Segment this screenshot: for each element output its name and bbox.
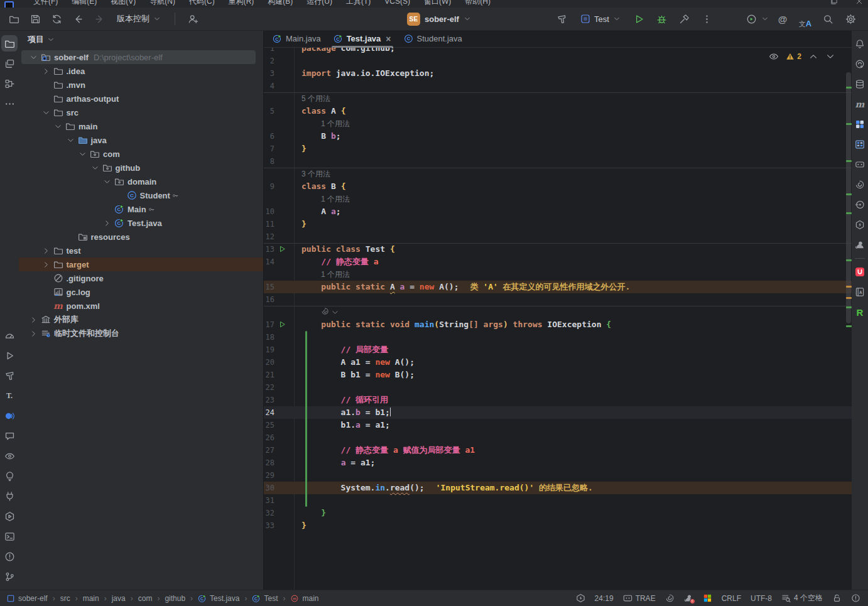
line-number[interactable]: 26 — [264, 431, 274, 444]
line-number[interactable]: 19 — [264, 344, 274, 356]
breadcrumb-item-main[interactable]: mmain — [289, 594, 320, 603]
chevron-right-icon[interactable] — [40, 246, 52, 256]
chevron-right-icon[interactable] — [40, 66, 52, 76]
menu-item-8[interactable]: 工具(T) — [339, 0, 377, 8]
editor-windows-icon[interactable] — [1, 55, 18, 72]
line-number[interactable]: 20 — [264, 356, 274, 369]
debug-button[interactable] — [653, 10, 671, 28]
breadcrumb-item-main[interactable]: main — [82, 594, 100, 603]
chevron-right-icon[interactable] — [101, 218, 113, 228]
indent-selector[interactable]: 4 个空格 — [781, 593, 823, 603]
line-number[interactable]: 33 — [264, 519, 274, 532]
version-control-chooser[interactable]: 版本控制 — [112, 13, 166, 24]
menu-item-7[interactable]: 运行(U) — [300, 0, 339, 8]
forward-button[interactable] — [90, 10, 108, 28]
code-line-5[interactable]: 5class A { — [264, 105, 852, 117]
chevron-down-icon[interactable] — [77, 149, 89, 159]
tab-Main.java[interactable]: CMain.java — [266, 30, 327, 47]
comments-tool-icon[interactable] — [1, 428, 18, 444]
tree-item-target[interactable]: target — [19, 257, 263, 271]
line-number[interactable]: 31 — [264, 494, 274, 507]
line-number[interactable]: 1 — [264, 47, 274, 55]
code-line-21[interactable]: 21 B b1 = new B(); — [264, 369, 852, 381]
menu-item-4[interactable]: 代码(C) — [182, 0, 222, 8]
breadcrumb-item-Test.java[interactable]: CTest.java — [197, 594, 241, 603]
tree-item-github[interactable]: github — [19, 161, 263, 175]
build-hammer-button[interactable] — [553, 10, 570, 28]
line-number[interactable]: 22 — [264, 381, 274, 394]
code-line-17[interactable]: 17 public static void main(String[] args… — [264, 318, 852, 331]
menu-item-6[interactable]: 构建(B) — [261, 0, 300, 8]
usage-count-inlay[interactable]: 1 个用法 — [321, 117, 350, 130]
more-tools-icon[interactable] — [1, 95, 18, 112]
line-number[interactable]: 10 — [264, 205, 274, 218]
menu-item-2[interactable]: 视图(V) — [104, 0, 143, 8]
tree-item-.idea[interactable]: .idea — [19, 64, 263, 78]
plugin-pin-tool-icon[interactable] — [1, 488, 18, 504]
maven-icon[interactable]: m — [852, 97, 867, 112]
settings-button[interactable] — [842, 10, 859, 28]
chevron-down-icon[interactable] — [28, 52, 40, 62]
search-everywhere-button[interactable] — [819, 10, 837, 28]
code-line-14[interactable]: 14 // 静态变量 a — [264, 256, 852, 268]
dictionary-icon[interactable]: A — [852, 284, 867, 300]
line-number[interactable]: 11 — [264, 218, 274, 230]
translate-button[interactable]: 文A — [796, 10, 814, 28]
sound-plugin-icon[interactable] — [1, 408, 18, 424]
code-line-2[interactable]: 2 — [264, 55, 852, 67]
run-line-icon[interactable] — [278, 245, 286, 253]
problems-tool-icon[interactable] — [1, 548, 18, 565]
caret-position[interactable]: 24:19 — [595, 594, 614, 603]
run-config-chooser[interactable]: Test — [575, 10, 626, 28]
menu-item-5[interactable]: 重构(R) — [222, 0, 261, 8]
line-number[interactable]: 30 — [264, 482, 274, 494]
menu-item-1[interactable]: 编辑(E) — [65, 0, 104, 8]
usage-count-inlay[interactable]: 3 个用法 — [301, 168, 330, 180]
more-actions-button[interactable] — [698, 10, 716, 28]
chevron-down-icon[interactable] — [40, 107, 52, 117]
power-hexagon-icon[interactable] — [576, 593, 585, 603]
line-number[interactable]: 12 — [264, 230, 274, 243]
line-number[interactable]: 6 — [264, 130, 274, 143]
tree-item-arthas-output[interactable]: arthas-output — [19, 92, 263, 106]
next-problem-icon[interactable] — [825, 51, 835, 62]
chevron-right-icon[interactable] — [28, 315, 40, 325]
profiler-button[interactable] — [742, 10, 769, 28]
arthas-monkey-icon[interactable] — [852, 237, 867, 252]
code-line-16[interactable]: 16 — [264, 293, 852, 306]
tree-item-test[interactable]: test — [19, 244, 263, 257]
project-widget[interactable]: SE sober-elf — [407, 10, 471, 28]
tree-item-gc.log[interactable]: gc.log — [19, 285, 263, 299]
code-editor[interactable]: 1package com.github;23import java.io.IOE… — [264, 47, 852, 590]
run-button[interactable] — [631, 10, 648, 28]
chevron-down-icon[interactable] — [89, 163, 101, 173]
structure-tool-icon[interactable] — [1, 75, 18, 92]
code-line-12[interactable]: 12 — [264, 230, 852, 243]
line-number[interactable]: 24 — [264, 406, 274, 419]
tree-item-pom.xml[interactable]: mpom.xml — [19, 299, 263, 313]
tree-item-.mvn[interactable]: .mvn — [19, 78, 263, 92]
back-button[interactable] — [69, 10, 87, 28]
breadcrumb-item-java[interactable]: java — [111, 594, 127, 603]
line-number[interactable]: 25 — [264, 419, 274, 431]
code-line-30[interactable]: 30 System.in.read();'InputStream.read()'… — [264, 482, 852, 494]
arthas-status-icon[interactable]: ! — [684, 593, 693, 603]
tree-item-Main[interactable]: CMain — [19, 202, 263, 216]
vcs-change-bar[interactable] — [305, 331, 307, 507]
encoding-selector[interactable]: UTF-8 — [751, 594, 772, 603]
line-ending-selector[interactable]: CRLF — [722, 594, 741, 603]
tree-item-main[interactable]: main — [19, 119, 263, 133]
tree-item-外部库[interactable]: 外部库 — [19, 313, 263, 327]
tree-item-domain[interactable]: domain — [19, 175, 263, 188]
code-line-4[interactable]: 4 — [264, 80, 852, 92]
line-number[interactable]: 9 — [264, 180, 274, 193]
line-number[interactable]: 23 — [264, 394, 274, 406]
line-number[interactable]: 7 — [264, 143, 274, 155]
tree-item-sober-elf[interactable]: sober-elfD:\project\sober-elf — [19, 50, 263, 64]
menu-item-10[interactable]: 窗口(W) — [417, 0, 458, 8]
code-line-8[interactable]: 8 — [264, 155, 852, 168]
code-line-7[interactable]: 7} — [264, 143, 852, 155]
save-all-button[interactable] — [26, 10, 44, 28]
mentions-button[interactable]: @ — [774, 10, 791, 28]
notifications-icon[interactable] — [852, 36, 867, 51]
